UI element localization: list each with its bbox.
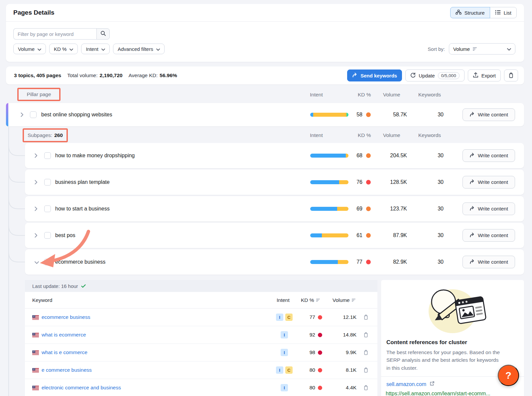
subpage-row[interactable]: business plan template 76 128.5K 30 Writ… (25, 170, 524, 195)
write-content-button[interactable]: Write content (463, 229, 515, 242)
trash-icon[interactable] (363, 314, 368, 321)
write-arrow-icon (469, 206, 475, 212)
row-checkbox[interactable] (44, 179, 51, 186)
subpage-title: ecommerce business (55, 259, 105, 265)
export-button[interactable]: Export (468, 69, 501, 81)
keyword-link[interactable]: what is ecommerce (42, 332, 86, 338)
write-content-button[interactable]: Write content (463, 176, 515, 189)
kd-value: 92 (298, 332, 315, 338)
advanced-filters-dropdown[interactable]: Advanced filters (113, 44, 165, 54)
trash-icon[interactable] (363, 367, 368, 374)
pillar-page-annotation-box: Pillar page (17, 88, 61, 101)
expand-chevron-right-icon[interactable] (35, 180, 38, 186)
trash-icon[interactable] (363, 349, 368, 356)
volume-filter-dropdown[interactable]: Volume (13, 44, 46, 54)
subpage-title: how to make money dropshipping (55, 153, 135, 159)
row-checkbox[interactable] (30, 111, 37, 118)
kd-level-dot (366, 233, 371, 238)
row-checkbox[interactable] (44, 259, 51, 265)
view-toggle: Structure List (450, 7, 517, 18)
volume-value: 58.7K (374, 112, 407, 118)
list-view-button[interactable]: List (490, 7, 517, 18)
keyword-link[interactable]: e commerce business (42, 367, 92, 373)
expand-chevron-right-icon[interactable] (35, 153, 38, 159)
subpages-annotation-box: Subpages: 260 (23, 128, 68, 142)
expand-chevron-right-icon[interactable] (35, 206, 38, 212)
us-flag-icon (32, 386, 39, 392)
help-button[interactable]: ? (498, 365, 519, 386)
kd-level-dot (366, 206, 371, 211)
subpage-row[interactable]: how to make money dropshipping 68 204.5K… (25, 143, 524, 168)
subpage-row-expanded[interactable]: ecommerce business 77 82.9K 30 Write con… (25, 249, 524, 275)
write-arrow-icon (469, 259, 475, 265)
kd-value: 98 (298, 349, 315, 355)
intent-column-label: Intent (310, 92, 323, 98)
delete-button[interactable] (504, 69, 518, 81)
send-keywords-button[interactable]: Send keywords (347, 69, 402, 81)
intent-badges: I (271, 384, 298, 391)
subpage-row[interactable]: best pos 61 87.9K 30 Write content (25, 223, 524, 248)
expand-chevron-right-icon[interactable] (35, 233, 38, 239)
intent-column-label: Intent (310, 132, 323, 138)
search-icon (100, 31, 106, 37)
row-checkbox[interactable] (44, 232, 51, 239)
structure-view-button[interactable]: Structure (450, 7, 490, 18)
trash-icon[interactable] (363, 332, 368, 339)
search-input[interactable] (13, 28, 96, 40)
row-checkbox[interactable] (44, 205, 51, 212)
kd-sort-header[interactable]: KD % (301, 297, 320, 303)
chevron-down-icon (38, 46, 41, 52)
write-content-button[interactable]: Write content (463, 202, 515, 215)
pages-details-screen: Pages Details Structure List (0, 0, 532, 396)
volume-value: 4.4K (330, 385, 356, 391)
keyword-link[interactable]: what is e commerce (42, 349, 87, 355)
volume-value: 123.7K (374, 206, 407, 212)
sort-by-select[interactable]: Volume (449, 43, 515, 55)
kd-filter-dropdown[interactable]: KD % (49, 44, 78, 54)
keyword-row: e commerce business IC 80 8.1K (25, 361, 377, 379)
write-content-button[interactable]: Write content (463, 149, 515, 162)
trash-icon (508, 72, 514, 79)
keyword-table-header: Keyword Intent KD % Volume (25, 292, 377, 309)
volume-sort-header[interactable]: Volume (332, 297, 356, 303)
reference-site-link[interactable]: sell.amazon.com (386, 381, 519, 388)
keyword-link[interactable]: electronic commerce and business (42, 385, 121, 391)
sort-desc-icon (316, 297, 320, 303)
write-arrow-icon (469, 232, 475, 239)
topics-pages-count: 3 topics, 405 pages (14, 72, 61, 78)
references-description: The best references for your pages. Base… (386, 348, 501, 372)
intent-filter-dropdown[interactable]: Intent (81, 44, 110, 54)
references-illustration (411, 285, 494, 335)
pillar-columns-row: Pillar page Intent KD % Volume Keywords (0, 87, 532, 102)
volume-value: 204.5K (374, 153, 407, 159)
trash-icon[interactable] (363, 385, 368, 392)
subpage-row[interactable]: how to start a business 69 123.7K 30 Wri… (25, 196, 524, 221)
refresh-icon (410, 72, 416, 79)
reference-url: https://sell.amazon.com/learn/start-ecom… (386, 391, 519, 396)
volume-column-label: Volume (383, 132, 400, 138)
search-button[interactable] (96, 28, 110, 40)
kd-value: 61 (343, 232, 362, 238)
keywords-count: 30 (420, 112, 444, 118)
pillar-page-row[interactable]: best online shopping websites 58 58.7K 3… (6, 103, 524, 126)
kd-level-dot (318, 386, 322, 390)
intent-badges: IC (271, 314, 298, 321)
us-flag-icon (32, 368, 39, 374)
keywords-count: 30 (420, 232, 444, 238)
write-content-button[interactable]: Write content (463, 256, 515, 268)
write-content-button[interactable]: Write content (463, 108, 515, 121)
expand-chevron-right-icon[interactable] (21, 112, 24, 118)
kd-level-dot (366, 180, 371, 185)
collapse-chevron-down-icon[interactable] (33, 261, 39, 264)
keyword-link[interactable]: ecommerce business (42, 314, 90, 320)
sort-desc-icon (352, 297, 356, 303)
intent-badge-i: I (281, 384, 288, 391)
intent-badges: IC (271, 366, 298, 374)
kd-level-dot (366, 260, 371, 264)
header-bar: Pages Details Structure List (6, 4, 524, 22)
row-checkbox[interactable] (44, 152, 51, 159)
us-flag-icon (32, 333, 39, 339)
average-kd: Average KD: 56.96% (128, 72, 177, 78)
kd-level-dot (366, 112, 371, 117)
update-button[interactable]: Update 0/5,000 (405, 69, 464, 81)
